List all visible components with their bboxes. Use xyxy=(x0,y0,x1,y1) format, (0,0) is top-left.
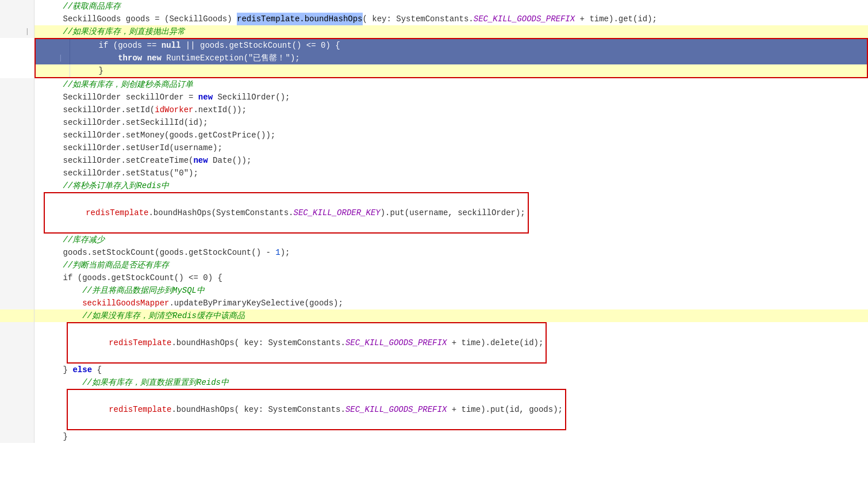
code-line: if (goods.getStockCount() <= 0) { xyxy=(0,271,868,284)
code-line-comment-yellow: //如果没有库存，则清空Redis缓存中该商品 xyxy=(0,309,868,322)
line-text: seckillGoodsMapper.updateByPrimaryKeySel… xyxy=(34,297,868,309)
line-number xyxy=(0,259,34,271)
line-number xyxy=(0,389,34,430)
line-text: //如果没有库存，则直接抛出异常 xyxy=(34,25,868,38)
code-line: //如果有库存，则直数据重置到Reids中 xyxy=(0,376,868,389)
line-text: seckillOrder.setUserId(username); xyxy=(34,142,868,154)
line-text: //如果没有库存，则清空Redis缓存中该商品 xyxy=(34,309,868,322)
line-text: //获取商品库存 xyxy=(34,0,868,13)
line-number: | xyxy=(36,52,70,64)
line-number xyxy=(0,78,34,91)
comment-text: //如果没有库存，则直接抛出异常 xyxy=(44,25,185,38)
line-number xyxy=(0,246,34,259)
line-number xyxy=(0,309,34,322)
line-text: redisTemplate.boundHashOps( key: SystemC… xyxy=(34,389,868,430)
line-number xyxy=(0,179,34,192)
code-line: //将秒杀订单存入到Redis中 xyxy=(0,179,868,192)
line-number xyxy=(0,192,34,234)
line-text: //库存减少 xyxy=(34,234,868,246)
line-number xyxy=(0,129,34,142)
line-text: //判断当前商品是否还有库存 xyxy=(34,259,868,271)
line-text: if (goods.getStockCount() <= 0) { xyxy=(34,271,868,284)
line-number xyxy=(0,322,34,364)
code-line: //获取商品库存 xyxy=(0,0,868,13)
code-line: //判断当前商品是否还有库存 xyxy=(0,259,868,271)
line-text: if (goods == null || goods.getStockCount… xyxy=(70,39,867,52)
code-line: seckillOrder.setCreateTime(new Date()); xyxy=(0,154,868,167)
line-text: redisTemplate.boundHashOps(SystemConstan… xyxy=(34,192,868,234)
line-text: seckillOrder.setId(idWorker.nextId()); xyxy=(34,104,868,116)
code-line: seckillOrder.setStatus("0"); xyxy=(0,167,868,179)
code-line: //如果有库存，则创建秒杀商品订单 xyxy=(0,78,868,91)
line-number xyxy=(0,297,34,309)
line-text: throw new RuntimeException("已售罄！"); xyxy=(70,52,867,64)
line-text: seckillOrder.setMoney(goods.getCostPrice… xyxy=(34,129,868,142)
line-number xyxy=(0,376,34,389)
line-number: | xyxy=(0,25,34,38)
line-text: } xyxy=(34,430,868,443)
line-number xyxy=(0,167,34,179)
code-line-redbox-1: redisTemplate.boundHashOps(SystemConstan… xyxy=(0,192,868,234)
line-text: //如果有库存，则创建秒杀商品订单 xyxy=(34,78,868,91)
line-number xyxy=(0,234,34,246)
code-line-throw-selected: | throw new RuntimeException("已售罄！"); xyxy=(36,52,867,64)
line-number xyxy=(36,39,70,52)
code-line: goods.setStockCount(goods.getStockCount(… xyxy=(0,246,868,259)
line-number xyxy=(0,142,34,154)
line-text: goods.setStockCount(goods.getStockCount(… xyxy=(34,246,868,259)
code-line: //并且将商品数据同步到MySQL中 xyxy=(0,284,868,297)
code-line-brace: } xyxy=(36,64,867,77)
code-line-selected: if (goods == null || goods.getStockCount… xyxy=(36,39,867,52)
line-number xyxy=(0,104,34,116)
code-line: seckillGoodsMapper.updateByPrimaryKeySel… xyxy=(0,297,868,309)
code-line: SeckillOrder seckillOrder = new SeckillO… xyxy=(0,91,868,104)
throw-keyword: throw xyxy=(118,52,142,64)
line-number xyxy=(36,64,70,77)
line-number xyxy=(0,0,34,13)
red-border-box-1: if (goods == null || goods.getStockCount… xyxy=(34,38,868,78)
comment-text: //获取商品库存 xyxy=(44,0,121,13)
code-line: seckillOrder.setId(idWorker.nextId()); xyxy=(0,104,868,116)
line-text: SeckillGoods goods = (SeckillGoods) redi… xyxy=(34,13,868,25)
code-line: seckillOrder.setSeckillId(id); xyxy=(0,116,868,129)
line-text: seckillOrder.setStatus("0"); xyxy=(34,167,868,179)
line-text: } xyxy=(70,64,867,77)
code-line-redbox-2: redisTemplate.boundHashOps( key: SystemC… xyxy=(0,322,868,364)
line-number xyxy=(0,271,34,284)
code-line: | //如果没有库存，则直接抛出异常 xyxy=(0,25,868,38)
line-number xyxy=(0,364,34,376)
line-text: seckillOrder.setCreateTime(new Date()); xyxy=(34,154,868,167)
line-text: redisTemplate.boundHashOps( key: SystemC… xyxy=(34,322,868,364)
line-number xyxy=(0,284,34,297)
line-text: //如果有库存，则直数据重置到Reids中 xyxy=(34,376,868,389)
code-line: seckillOrder.setMoney(goods.getCostPrice… xyxy=(0,129,868,142)
line-number xyxy=(0,13,34,25)
line-number xyxy=(0,430,34,443)
line-text: //并且将商品数据同步到MySQL中 xyxy=(34,284,868,297)
code-line: } xyxy=(0,430,868,443)
code-line-redbox-3: redisTemplate.boundHashOps( key: SystemC… xyxy=(0,389,868,430)
line-number xyxy=(0,116,34,129)
line-number xyxy=(0,154,34,167)
line-number xyxy=(0,91,34,104)
line-text: SeckillOrder seckillOrder = new SeckillO… xyxy=(34,91,868,104)
code-line: SeckillGoods goods = (SeckillGoods) redi… xyxy=(0,13,868,25)
code-line: } else { xyxy=(0,364,868,376)
line-text: } else { xyxy=(34,364,868,376)
line-text: //将秒杀订单存入到Redis中 xyxy=(34,179,868,192)
line-text: seckillOrder.setSeckillId(id); xyxy=(34,116,868,129)
code-line: //库存减少 xyxy=(0,234,868,246)
code-editor: //获取商品库存 SeckillGoods goods = (SeckillGo… xyxy=(0,0,868,478)
code-line: seckillOrder.setUserId(username); xyxy=(0,142,868,154)
